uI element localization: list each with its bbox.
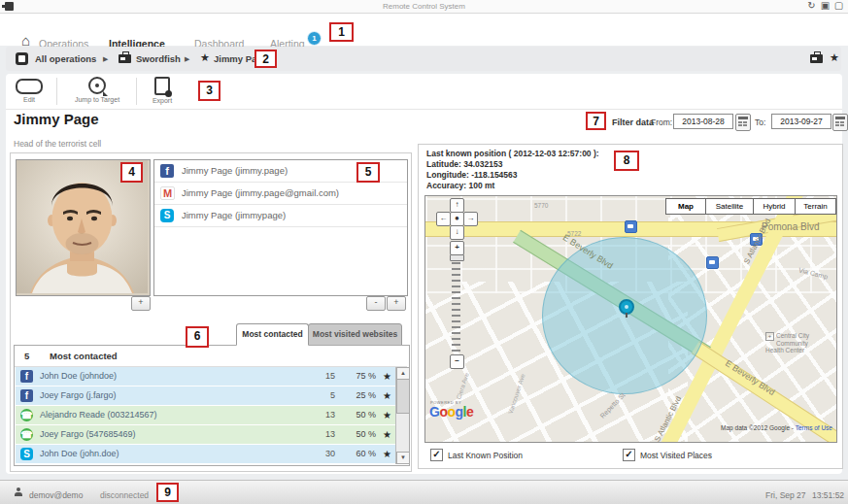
screenshot-icon[interactable]: ▣	[820, 0, 831, 12]
add-photo-button[interactable]: +	[131, 296, 151, 311]
pan-left-icon[interactable]: ←	[436, 212, 451, 226]
favorite-star-icon[interactable]: ★	[383, 429, 391, 440]
scrollbar-thumb[interactable]	[396, 379, 410, 414]
google-map[interactable]: 5770 5722 Pomona Blvd S Atlantic Blvd S …	[424, 195, 837, 443]
favorite-star-icon[interactable]: ★	[383, 390, 391, 401]
check-icon: ✓	[432, 449, 440, 459]
jump-to-target-button[interactable]: Jump to Target	[62, 77, 132, 103]
favorite-star-icon[interactable]: ★	[830, 51, 839, 64]
pin-stem	[626, 313, 628, 318]
table-row[interactable]: f Joey Fargo (j.fargo) 5 25 % ★	[16, 386, 395, 405]
add-account-button[interactable]: +	[387, 296, 406, 311]
title-bar: Remote Control System ↻ ▣ ▢	[0, 0, 848, 14]
export-icon	[154, 77, 170, 95]
map-attribution: Map data ©2012 Google - Terms of Use	[721, 424, 832, 431]
zoom-out-button[interactable]: −	[450, 354, 464, 369]
street-number: 5770	[534, 202, 548, 209]
pan-right-icon[interactable]: →	[463, 212, 478, 226]
page-subtitle: Head of the terrorist cell	[14, 139, 101, 149]
toolbar-divider	[56, 78, 57, 105]
target-star-icon: ★	[200, 51, 210, 64]
gmail-icon: M	[160, 186, 175, 200]
annotation-2: 2	[254, 50, 277, 68]
map-type-map[interactable]: Map	[665, 198, 706, 215]
scroll-down-icon[interactable]: ▼	[396, 452, 410, 464]
facebook-icon: f	[160, 164, 174, 178]
transit-poi-icon[interactable]	[625, 220, 637, 233]
last-known-position-label: Last Known Position	[448, 451, 523, 460]
annotation-8: 8	[614, 151, 639, 171]
table-scrollbar[interactable]: ▲ ▼	[395, 367, 409, 464]
map-type-terrain[interactable]: Terrain	[795, 198, 836, 215]
position-panel: Last known position ( 2012-12-03 12:57:0…	[418, 144, 843, 469]
monitor-icon[interactable]: ▢	[833, 0, 844, 12]
rcs-intelligence-screen: { "topbar": { "title": "Remote Control S…	[0, 0, 848, 504]
remove-account-button[interactable]: -	[366, 296, 386, 311]
pan-down-icon[interactable]: ↓	[450, 225, 464, 240]
calendar-icon[interactable]	[735, 114, 751, 131]
status-time: 13:51:52	[812, 490, 844, 500]
operations-icon[interactable]	[16, 52, 28, 65]
favorite-star-icon[interactable]: ★	[383, 410, 391, 420]
filter-to-input[interactable]: 2013-09-27	[771, 114, 831, 129]
accuracy-line: Accuracy: 100 mt	[426, 181, 494, 190]
tab-most-contacted[interactable]: Most contacted	[236, 323, 309, 346]
most-visited-places-checkbox[interactable]: ✓	[623, 449, 635, 461]
zoom-slider-track[interactable]	[452, 260, 460, 352]
edit-icon	[16, 79, 43, 94]
account-row[interactable]: S Jimmy Page (jimmypage)	[154, 205, 407, 227]
favorite-star-icon[interactable]: ★	[383, 449, 391, 459]
toolbar-separator	[6, 109, 842, 110]
table-row[interactable]: f John Doe (johndoe) 15 75 % ★	[16, 367, 395, 386]
edit-button[interactable]: Edit	[8, 77, 51, 103]
zoom-in-button[interactable]: +	[450, 241, 464, 255]
annotation-6: 6	[186, 326, 209, 348]
hospital-icon: +	[765, 332, 774, 341]
table-row[interactable]: ☎ Alejandro Reade (003214567) 13 50 % ★	[16, 406, 395, 424]
filter-data-label: Filter data	[612, 118, 654, 127]
skype-icon: S	[20, 448, 33, 460]
annotation-9: 9	[156, 483, 179, 502]
operation-icon	[119, 54, 131, 63]
favorite-star-icon[interactable]: ★	[383, 371, 391, 382]
google-logo[interactable]: Google	[429, 404, 473, 420]
breadcrumb-arrow-icon: ▶	[103, 55, 108, 63]
annotation-1: 1	[329, 22, 354, 42]
pan-up-icon[interactable]: ↑	[450, 198, 464, 213]
accuracy-circle	[542, 237, 707, 394]
breadcrumb-all-operations[interactable]: All operations	[35, 53, 96, 64]
map-type-satellite[interactable]: Satellite	[705, 198, 754, 215]
target-icon	[88, 77, 106, 94]
pan-center-icon[interactable]: ●	[450, 212, 464, 226]
calendar-icon[interactable]	[832, 114, 848, 131]
refresh-icon[interactable]: ↻	[806, 0, 817, 12]
table-row[interactable]: ☎ Joey Fargo (547685469) 13 50 % ★	[16, 425, 395, 444]
breadcrumb-arrow-icon: ▶	[185, 55, 189, 63]
transit-poi-icon[interactable]	[706, 256, 719, 269]
longitude-line: Longitude: -118.154563	[426, 170, 518, 180]
table-row[interactable]: S John Doe (john.doe) 30 60 % ★	[16, 445, 395, 463]
breadcrumb-operation[interactable]: Swordfish	[136, 53, 181, 64]
annotation-3: 3	[198, 81, 220, 101]
table-header: Most contacted	[50, 351, 118, 361]
map-type-hybrid[interactable]: Hybrid	[753, 198, 796, 215]
facebook-icon: f	[20, 389, 33, 402]
filter-to-label: To:	[755, 118, 765, 127]
export-button[interactable]: Export	[140, 77, 185, 104]
most-contacted-table: 5 Most contacted f John Doe (johndoe) 15…	[14, 345, 410, 466]
phone-icon: ☎	[20, 428, 33, 441]
terms-of-use-link[interactable]: Terms of Use	[796, 424, 832, 431]
check-icon: ✓	[625, 449, 632, 459]
logged-user: demov@demo	[29, 490, 83, 500]
tab-most-visited-websites[interactable]: Most visited websites	[308, 323, 402, 346]
connection-status: disconnected	[100, 490, 149, 500]
filter-from-label: From:	[651, 118, 672, 127]
alerting-badge[interactable]: 1	[307, 31, 322, 46]
filter-from-input[interactable]: 2013-08-28	[673, 114, 733, 129]
contacts-count: 5	[24, 351, 29, 361]
last-known-position-checkbox[interactable]: ✓	[430, 449, 443, 461]
last-known-position-line: Last known position ( 2012-12-03 12:57:0…	[426, 149, 599, 158]
account-row[interactable]: M Jimmy Page (jimmy.page@gmail.com)	[154, 183, 407, 205]
annotation-4: 4	[120, 162, 143, 183]
operation-shortcut-icon[interactable]	[810, 54, 823, 63]
